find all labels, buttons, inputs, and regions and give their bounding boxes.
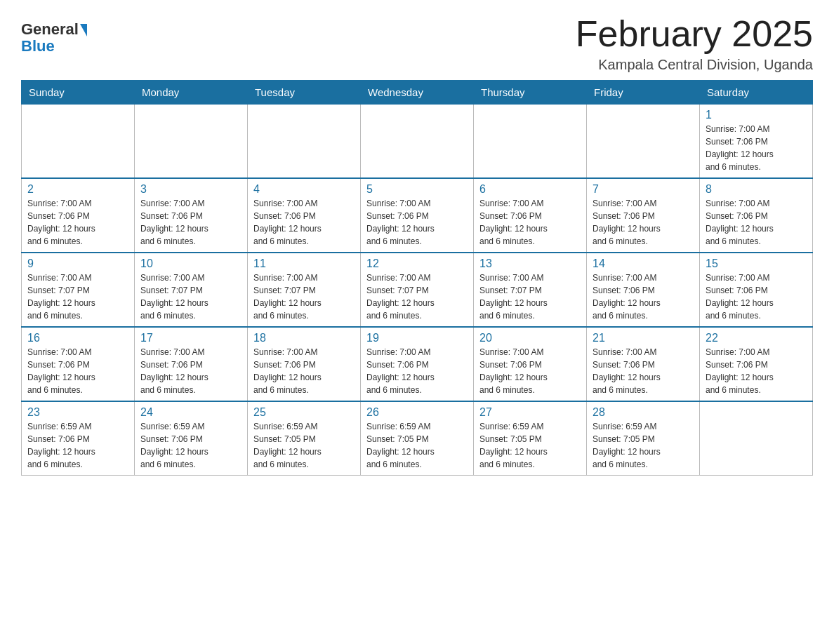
weekday-header-thursday: Thursday — [474, 81, 587, 105]
calendar-table: SundayMondayTuesdayWednesdayThursdayFrid… — [21, 80, 813, 476]
day-number: 28 — [593, 406, 694, 419]
day-number: 10 — [140, 257, 241, 270]
day-info: Sunrise: 7:00 AM Sunset: 7:06 PM Dayligh… — [253, 197, 355, 248]
day-info: Sunrise: 6:59 AM Sunset: 7:05 PM Dayligh… — [593, 420, 694, 471]
calendar-cell — [361, 105, 474, 179]
day-info: Sunrise: 7:00 AM Sunset: 7:06 PM Dayligh… — [706, 271, 807, 322]
page-header: General Blue February 2025 Kampala Centr… — [21, 14, 813, 73]
day-number: 23 — [27, 406, 128, 419]
day-info: Sunrise: 7:00 AM Sunset: 7:06 PM Dayligh… — [706, 197, 807, 248]
week-row-3: 9Sunrise: 7:00 AM Sunset: 7:07 PM Daylig… — [22, 253, 813, 327]
day-number: 17 — [140, 332, 241, 344]
calendar-cell: 16Sunrise: 7:00 AM Sunset: 7:06 PM Dayli… — [22, 327, 135, 401]
day-info: Sunrise: 6:59 AM Sunset: 7:05 PM Dayligh… — [366, 420, 468, 471]
day-number: 8 — [706, 183, 807, 196]
calendar-cell: 9Sunrise: 7:00 AM Sunset: 7:07 PM Daylig… — [22, 253, 135, 327]
day-info: Sunrise: 6:59 AM Sunset: 7:05 PM Dayligh… — [253, 420, 355, 471]
day-number: 5 — [366, 183, 468, 196]
calendar-cell: 25Sunrise: 6:59 AM Sunset: 7:05 PM Dayli… — [248, 401, 361, 476]
day-info: Sunrise: 7:00 AM Sunset: 7:06 PM Dayligh… — [366, 197, 468, 248]
weekday-header-row: SundayMondayTuesdayWednesdayThursdayFrid… — [22, 81, 813, 105]
calendar-cell: 21Sunrise: 7:00 AM Sunset: 7:06 PM Dayli… — [587, 327, 700, 401]
week-row-4: 16Sunrise: 7:00 AM Sunset: 7:06 PM Dayli… — [22, 327, 813, 401]
day-info: Sunrise: 7:00 AM Sunset: 7:06 PM Dayligh… — [593, 346, 694, 396]
calendar-cell: 18Sunrise: 7:00 AM Sunset: 7:06 PM Dayli… — [248, 327, 361, 401]
day-info: Sunrise: 6:59 AM Sunset: 7:06 PM Dayligh… — [27, 420, 128, 471]
calendar-cell: 23Sunrise: 6:59 AM Sunset: 7:06 PM Dayli… — [22, 401, 135, 476]
logo-general-text: General — [21, 21, 87, 38]
day-number: 27 — [479, 406, 581, 419]
day-info: Sunrise: 7:00 AM Sunset: 7:07 PM Dayligh… — [253, 271, 355, 322]
calendar-cell: 22Sunrise: 7:00 AM Sunset: 7:06 PM Dayli… — [700, 327, 813, 401]
day-info: Sunrise: 6:59 AM Sunset: 7:06 PM Dayligh… — [140, 420, 241, 471]
day-number: 15 — [706, 257, 807, 270]
day-number: 11 — [253, 257, 355, 270]
calendar-cell: 2Sunrise: 7:00 AM Sunset: 7:06 PM Daylig… — [22, 178, 135, 253]
calendar-cell: 26Sunrise: 6:59 AM Sunset: 7:05 PM Dayli… — [361, 401, 474, 476]
calendar-cell: 17Sunrise: 7:00 AM Sunset: 7:06 PM Dayli… — [135, 327, 248, 401]
calendar-cell — [474, 105, 587, 179]
calendar-cell: 20Sunrise: 7:00 AM Sunset: 7:06 PM Dayli… — [474, 327, 587, 401]
calendar-cell: 8Sunrise: 7:00 AM Sunset: 7:06 PM Daylig… — [700, 178, 813, 253]
day-info: Sunrise: 7:00 AM Sunset: 7:06 PM Dayligh… — [593, 197, 694, 248]
weekday-header-tuesday: Tuesday — [248, 81, 361, 105]
day-number: 9 — [27, 257, 128, 270]
day-number: 6 — [479, 183, 581, 196]
day-info: Sunrise: 7:00 AM Sunset: 7:06 PM Dayligh… — [27, 346, 128, 396]
day-info: Sunrise: 7:00 AM Sunset: 7:06 PM Dayligh… — [140, 197, 241, 248]
day-number: 20 — [479, 332, 581, 344]
calendar-cell: 5Sunrise: 7:00 AM Sunset: 7:06 PM Daylig… — [361, 178, 474, 253]
day-number: 1 — [706, 109, 807, 121]
day-info: Sunrise: 7:00 AM Sunset: 7:07 PM Dayligh… — [140, 271, 241, 322]
calendar-cell — [248, 105, 361, 179]
day-info: Sunrise: 6:59 AM Sunset: 7:05 PM Dayligh… — [479, 420, 581, 471]
calendar-cell: 4Sunrise: 7:00 AM Sunset: 7:06 PM Daylig… — [248, 178, 361, 253]
calendar-cell: 10Sunrise: 7:00 AM Sunset: 7:07 PM Dayli… — [135, 253, 248, 327]
calendar-cell: 13Sunrise: 7:00 AM Sunset: 7:07 PM Dayli… — [474, 253, 587, 327]
day-info: Sunrise: 7:00 AM Sunset: 7:06 PM Dayligh… — [253, 346, 355, 396]
day-number: 4 — [253, 183, 355, 196]
month-title: February 2025 — [576, 14, 813, 54]
day-number: 24 — [140, 406, 241, 419]
day-info: Sunrise: 7:00 AM Sunset: 7:06 PM Dayligh… — [479, 346, 581, 396]
weekday-header-sunday: Sunday — [22, 81, 135, 105]
calendar-cell — [700, 401, 813, 476]
week-row-1: 1Sunrise: 7:00 AM Sunset: 7:06 PM Daylig… — [22, 105, 813, 179]
logo-triangle-icon — [80, 24, 87, 36]
title-block: February 2025 Kampala Central Division, … — [576, 14, 813, 73]
day-info: Sunrise: 7:00 AM Sunset: 7:07 PM Dayligh… — [366, 271, 468, 322]
weekday-header-wednesday: Wednesday — [361, 81, 474, 105]
weekday-header-friday: Friday — [587, 81, 700, 105]
day-number: 19 — [366, 332, 468, 344]
day-number: 14 — [593, 257, 694, 270]
day-info: Sunrise: 7:00 AM Sunset: 7:06 PM Dayligh… — [706, 123, 807, 173]
calendar-cell: 12Sunrise: 7:00 AM Sunset: 7:07 PM Dayli… — [361, 253, 474, 327]
day-number: 2 — [27, 183, 128, 196]
day-number: 25 — [253, 406, 355, 419]
calendar-cell: 7Sunrise: 7:00 AM Sunset: 7:06 PM Daylig… — [587, 178, 700, 253]
calendar-cell: 24Sunrise: 6:59 AM Sunset: 7:06 PM Dayli… — [135, 401, 248, 476]
day-number: 7 — [593, 183, 694, 196]
calendar-cell: 19Sunrise: 7:00 AM Sunset: 7:06 PM Dayli… — [361, 327, 474, 401]
day-info: Sunrise: 7:00 AM Sunset: 7:06 PM Dayligh… — [593, 271, 694, 322]
week-row-2: 2Sunrise: 7:00 AM Sunset: 7:06 PM Daylig… — [22, 178, 813, 253]
calendar-cell: 15Sunrise: 7:00 AM Sunset: 7:06 PM Dayli… — [700, 253, 813, 327]
day-number: 13 — [479, 257, 581, 270]
weekday-header-saturday: Saturday — [700, 81, 813, 105]
calendar-cell: 11Sunrise: 7:00 AM Sunset: 7:07 PM Dayli… — [248, 253, 361, 327]
calendar-cell — [587, 105, 700, 179]
weekday-header-monday: Monday — [135, 81, 248, 105]
day-number: 26 — [366, 406, 468, 419]
location-subtitle: Kampala Central Division, Uganda — [576, 57, 813, 73]
day-info: Sunrise: 7:00 AM Sunset: 7:06 PM Dayligh… — [479, 197, 581, 248]
calendar-cell: 28Sunrise: 6:59 AM Sunset: 7:05 PM Dayli… — [587, 401, 700, 476]
logo: General Blue — [21, 21, 87, 55]
calendar-cell: 1Sunrise: 7:00 AM Sunset: 7:06 PM Daylig… — [700, 105, 813, 179]
day-info: Sunrise: 7:00 AM Sunset: 7:06 PM Dayligh… — [366, 346, 468, 396]
calendar-cell: 27Sunrise: 6:59 AM Sunset: 7:05 PM Dayli… — [474, 401, 587, 476]
day-info: Sunrise: 7:00 AM Sunset: 7:07 PM Dayligh… — [479, 271, 581, 322]
day-info: Sunrise: 7:00 AM Sunset: 7:07 PM Dayligh… — [27, 271, 128, 322]
calendar-cell: 14Sunrise: 7:00 AM Sunset: 7:06 PM Dayli… — [587, 253, 700, 327]
logo-blue-text: Blue — [21, 38, 55, 55]
day-number: 22 — [706, 332, 807, 344]
